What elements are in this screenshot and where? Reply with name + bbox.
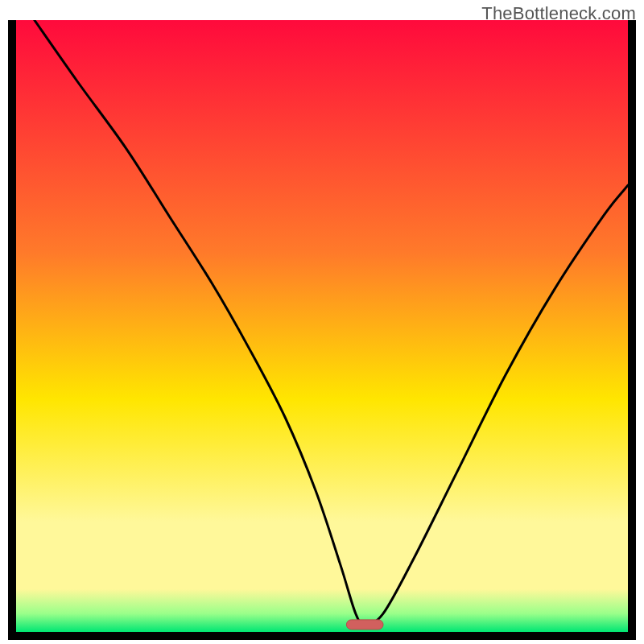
- chart-container: TheBottleneck.com: [0, 0, 644, 644]
- bottleneck-plot: [8, 20, 636, 640]
- plot-background: [16, 20, 628, 632]
- minimum-marker: [346, 620, 383, 630]
- watermark-text: TheBottleneck.com: [481, 3, 636, 24]
